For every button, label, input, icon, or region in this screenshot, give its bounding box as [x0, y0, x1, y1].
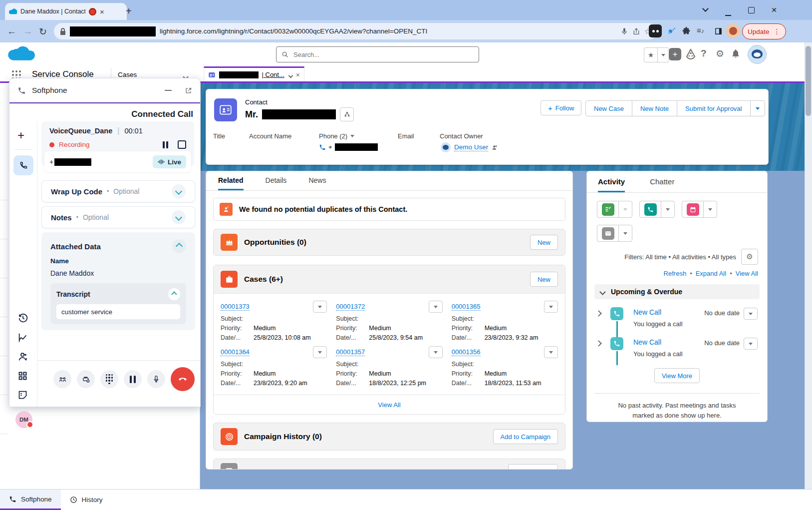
console-tab-close-icon[interactable]: ×: [296, 71, 300, 79]
rail-phone-tab-active[interactable]: [13, 155, 33, 175]
refresh-link[interactable]: Refresh: [664, 270, 687, 277]
mute-mic-icon[interactable]: [147, 370, 165, 388]
help-icon[interactable]: ?: [701, 48, 707, 59]
notes-chevron-icon[interactable]: [172, 210, 186, 224]
notifications-bell-icon[interactable]: [731, 48, 741, 58]
url-bar[interactable]: lightning.force.com/lightning/r/Contact/…: [54, 23, 657, 39]
stop-recording-icon[interactable]: [178, 140, 186, 149]
transcript-chevron-icon[interactable]: [168, 288, 180, 300]
email-button-group[interactable]: [597, 225, 632, 242]
event-dropdown-icon[interactable]: [703, 201, 717, 217]
phone-dropdown-icon[interactable]: [350, 135, 354, 137]
transcript-input[interactable]: [56, 304, 180, 319]
more-actions-dropdown-icon[interactable]: [750, 101, 765, 116]
case-number-link[interactable]: 00001373: [221, 303, 250, 311]
user-avatar[interactable]: [748, 45, 767, 64]
change-owner-icon[interactable]: [492, 144, 498, 151]
follow-button[interactable]: + Follow: [541, 100, 581, 115]
guidance-center-icon[interactable]: [685, 48, 697, 60]
tab-news[interactable]: News: [308, 176, 326, 190]
notes-section[interactable]: Notes • Optional: [41, 206, 195, 228]
activity-actions-dropdown[interactable]: [744, 308, 758, 320]
tab-chatter[interactable]: Chatter: [650, 177, 674, 192]
case-number-link[interactable]: 00001356: [452, 348, 481, 356]
expand-row-icon[interactable]: [595, 310, 602, 317]
setup-gear-icon[interactable]: ⚙: [716, 48, 724, 59]
window-minimize-button[interactable]: [721, 9, 736, 18]
live-transcription-chip[interactable]: Live: [153, 155, 186, 168]
contact-owner-value[interactable]: Demo User: [441, 142, 498, 152]
tab-related[interactable]: Related: [218, 176, 244, 190]
activity-title-link[interactable]: New Call: [633, 308, 661, 316]
rail-analytics-icon[interactable]: [17, 332, 28, 343]
extension-key-icon[interactable]: [665, 24, 678, 37]
global-search-input[interactable]: [292, 50, 474, 59]
tab-close-icon[interactable]: ×: [100, 7, 104, 16]
end-call-button[interactable]: [171, 367, 195, 391]
hold-call-icon[interactable]: [124, 370, 142, 388]
campaign-title[interactable]: Campaign History (0): [244, 432, 322, 441]
upcoming-overdue-header[interactable]: Upcoming & Overdue: [594, 284, 760, 299]
browser-profile-avatar[interactable]: [726, 24, 740, 38]
mic-icon[interactable]: [620, 27, 628, 35]
wrapup-section[interactable]: Wrap Up Code • Optional: [41, 180, 195, 202]
tab-details[interactable]: Details: [266, 176, 287, 190]
log-call-button-group[interactable]: [639, 201, 675, 218]
submit-approval-button[interactable]: Submit for Approval: [677, 101, 750, 116]
new-event-button-group[interactable]: [682, 201, 717, 218]
tab-activity[interactable]: Activity: [598, 177, 625, 192]
window-close-button[interactable]: ×: [767, 4, 782, 15]
clipped-action-button[interactable]: [508, 464, 558, 470]
global-actions-plus-icon[interactable]: +: [669, 48, 681, 60]
extension-password-icon[interactable]: [649, 24, 662, 37]
expand-row-icon[interactable]: [595, 340, 602, 347]
minimize-icon[interactable]: [165, 90, 172, 91]
back-icon[interactable]: ←: [7, 26, 16, 37]
forward-icon[interactable]: →: [23, 26, 32, 37]
add-to-campaign-button[interactable]: Add to Campaign: [493, 429, 558, 444]
reload-icon[interactable]: ↻: [39, 26, 47, 37]
cases-title[interactable]: Cases (6+): [244, 275, 283, 284]
activity-filters-summary[interactable]: Filters: All time • All activities • All…: [624, 253, 736, 261]
owner-link[interactable]: Demo User: [454, 143, 488, 151]
cases-new-button[interactable]: New: [530, 272, 558, 287]
swap-device-icon[interactable]: [77, 370, 95, 388]
activity-view-all-link[interactable]: View All: [736, 270, 758, 277]
reading-list-icon[interactable]: ≡♪: [697, 26, 704, 34]
attached-data-chevron-icon[interactable]: [172, 239, 186, 253]
rail-agent-icon[interactable]: [17, 351, 28, 362]
window-maximize-button[interactable]: [744, 6, 759, 15]
rail-history-icon[interactable]: [17, 312, 28, 323]
pause-recording-icon[interactable]: [163, 141, 168, 148]
side-panel-icon[interactable]: [712, 24, 725, 37]
utility-softphone-tab[interactable]: Softphone: [0, 490, 61, 510]
agent-avatar[interactable]: DM: [15, 411, 32, 428]
transfer-call-icon[interactable]: [53, 370, 71, 388]
hierarchy-icon[interactable]: [340, 107, 354, 121]
activity-actions-dropdown[interactable]: [744, 338, 758, 350]
favorites-dropdown-icon[interactable]: [657, 48, 669, 62]
new-note-button[interactable]: New Note: [632, 101, 677, 116]
case-number-link[interactable]: 00001372: [336, 303, 365, 311]
cases-view-all-link[interactable]: View All: [378, 401, 400, 409]
view-more-button[interactable]: View More: [654, 368, 700, 383]
utility-history-tab[interactable]: History: [61, 490, 112, 510]
console-tab-contact[interactable]: | Cont... ×: [204, 66, 304, 81]
popout-icon[interactable]: [185, 87, 192, 94]
favorite-star-icon[interactable]: ★: [644, 51, 657, 59]
log-call-dropdown-icon[interactable]: [661, 201, 674, 217]
opportunities-title[interactable]: Opportunities (0): [244, 238, 306, 247]
browser-menu-dots-icon[interactable]: ⋮: [774, 27, 781, 35]
case-number-link[interactable]: 00001365: [452, 303, 481, 311]
window-menu-chevron-icon[interactable]: [698, 4, 713, 13]
expand-all-link[interactable]: Expand All: [696, 270, 726, 277]
rail-add-call-icon[interactable]: +: [17, 128, 24, 142]
case-actions-dropdown[interactable]: [313, 346, 327, 358]
email-dropdown-icon[interactable]: [618, 225, 632, 241]
new-task-button-group[interactable]: [597, 201, 632, 218]
opportunities-new-button[interactable]: New: [530, 235, 558, 250]
case-actions-dropdown[interactable]: [544, 346, 558, 358]
browser-tab[interactable]: Dane Maddox | Contact | Sal ×: [5, 3, 127, 20]
case-number-link[interactable]: 00001357: [336, 348, 365, 356]
phone-value[interactable]: +: [319, 143, 378, 151]
